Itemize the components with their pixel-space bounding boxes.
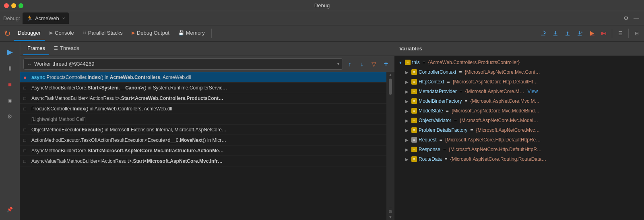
step-into-specific-icon[interactable]	[574, 28, 585, 39]
scroll-thumb[interactable]	[389, 79, 392, 95]
sidebar-settings-icon[interactable]: ⚙	[3, 109, 17, 124]
scroll-up-icon[interactable]: ▲	[388, 73, 392, 77]
var-equals: =	[459, 69, 462, 75]
show-columns-icon[interactable]: ☰	[615, 28, 626, 39]
expand-icon[interactable]: ▼	[398, 60, 403, 65]
frames-scrollbar[interactable]: ▲ − ⊞ ▼	[386, 72, 394, 220]
tab-bar: Debug: 🏃 AcmeWeb × ⚙ —	[0, 11, 644, 25]
var-type-icon: ≡	[411, 79, 417, 85]
tab-console[interactable]: ▶ Console	[45, 26, 78, 41]
var-type-icon: ≡	[411, 118, 417, 123]
move-up-icon[interactable]: ↑	[345, 59, 355, 69]
frame-item[interactable]: □ AsyncMethodBuilderCore.Start<System.__…	[20, 83, 386, 93]
frame-text: AsyncMethodBuilderCore.Start<Microsoft.A…	[31, 148, 224, 154]
step-over-icon[interactable]	[538, 28, 549, 39]
sub-toolbar: Frames ☰ Threads	[20, 42, 394, 56]
scroll-extra-1[interactable]: −	[389, 205, 392, 209]
variable-problem-details-factory[interactable]: ▶ ≡ ProblemDetailsFactory = {Microsoft.A…	[394, 125, 644, 135]
maximize-button[interactable]	[19, 3, 23, 8]
step-out-icon[interactable]	[562, 28, 573, 39]
frame-item[interactable]: □ AsyncMethodBuilderCore.Start<Microsoft…	[20, 145, 386, 156]
set-next-statement-icon[interactable]	[598, 28, 609, 39]
frames-with-scroll: ● async ProductsController.Index() in Ac…	[20, 72, 394, 220]
tab-debugger[interactable]: Debugger	[14, 26, 45, 41]
frames-list[interactable]: ● async ProductsController.Index() in Ac…	[20, 72, 386, 220]
var-type-icon: ≡	[411, 89, 417, 94]
expand-icon[interactable]: ▶	[404, 79, 410, 85]
frame-text: async ProductsController.Index() in Acme…	[31, 75, 191, 80]
var-name: RouteData	[419, 156, 442, 162]
debug-tab-icon: 🏃	[27, 15, 33, 21]
var-name: ModelBinderFactory	[419, 98, 462, 104]
tab-bar-right: ⚙ —	[621, 14, 641, 23]
frame-item[interactable]: □ AsyncTaskMethodBuilder<IActionResult>.…	[20, 93, 386, 104]
view-link[interactable]: View	[527, 89, 538, 94]
var-type-icon: ≡	[411, 156, 417, 162]
variables-list[interactable]: ▼ ≡ this = {AcmeWeb.Controllers.Products…	[394, 56, 644, 220]
expand-icon[interactable]: ▶	[404, 69, 410, 75]
continue-icon[interactable]: ↻	[2, 28, 13, 39]
step-into-icon[interactable]	[550, 28, 561, 39]
sidebar-pause-icon[interactable]: ⏸	[3, 61, 17, 75]
variable-request[interactable]: ▶ ≡ Request = {Microsoft.AspNetCore.Http…	[394, 135, 644, 145]
frame-text: ProductsController.Index() in AcmeWeb.Co…	[31, 106, 172, 112]
var-type-icon: ≡	[405, 60, 411, 65]
expand-icon[interactable]: ▶	[404, 137, 410, 143]
frame-text: ObjectMethodExecutor.Execute() in Micros…	[31, 127, 227, 133]
filter-icon[interactable]: ▽	[369, 59, 379, 69]
frame-item[interactable]: □ AsyncValueTaskMethodBuilder<IActionRes…	[20, 156, 386, 166]
expand-icon[interactable]: ▶	[404, 127, 410, 133]
frame-item[interactable]: □ ProductsController.Index() in AcmeWeb.…	[20, 104, 386, 114]
frame-item[interactable]: ● async ProductsController.Index() in Ac…	[20, 72, 386, 83]
frame-normal-icon: □	[23, 159, 29, 164]
variable-controller-context[interactable]: ▶ ≡ ControllerContext = {Microsoft.AspNe…	[394, 67, 644, 77]
minimize-button[interactable]	[11, 3, 16, 8]
expand-icon[interactable]: ▶	[404, 98, 410, 104]
run-to-cursor-icon[interactable]	[586, 28, 597, 39]
scroll-down-icon[interactable]: ▼	[388, 215, 392, 219]
add-icon[interactable]: +	[381, 59, 391, 69]
variable-model-state[interactable]: ▶ ≡ ModelState = {Microsoft.AspNetCore.M…	[394, 106, 644, 116]
tab-threads[interactable]: ☰ Threads	[50, 42, 83, 55]
sidebar-pin-icon[interactable]: 📌	[3, 202, 17, 217]
frame-item[interactable]: □ ActionMethodExecutor.TaskOfIActionResu…	[20, 135, 386, 145]
tab-parallel-stacks[interactable]: ⠿ Parallel Stacks	[79, 26, 127, 41]
scroll-extra-2[interactable]: ⊞	[389, 210, 392, 214]
thread-select[interactable]: ↔ Worker thread @9344269 ▾	[23, 58, 343, 70]
settings-icon[interactable]: ⚙	[621, 14, 630, 23]
thread-value: Worker thread @9344269	[34, 61, 95, 67]
var-value: {Microsoft.AspNetCore.Routing.RouteData…	[450, 156, 546, 162]
frame-item[interactable]: □ ObjectMethodExecutor.Execute() in Micr…	[20, 125, 386, 135]
debug-tab-close[interactable]: ×	[62, 16, 65, 21]
frame-item[interactable]: [Lightweight Method Call]	[28, 114, 386, 125]
sidebar-breakpoint-icon[interactable]: ◉	[3, 93, 17, 108]
variable-route-data[interactable]: ▶ ≡ RouteData = {Microsoft.AspNetCore.Ro…	[394, 154, 644, 164]
expand-icon[interactable]: ▶	[404, 156, 410, 162]
close-button[interactable]	[4, 3, 9, 8]
split-view-icon[interactable]: ⊟	[631, 28, 642, 39]
threads-icon: ☰	[54, 46, 58, 51]
debug-tab[interactable]: 🏃 AcmeWeb ×	[23, 12, 69, 24]
tab-debug-output[interactable]: ▶ Debug Output	[128, 26, 173, 41]
app-wrapper: Debug Debug: 🏃 AcmeWeb × ⚙ — ↻ Debugger …	[0, 0, 644, 220]
variable-object-validator[interactable]: ▶ ≡ ObjectValidator = {Microsoft.AspNetC…	[394, 116, 644, 125]
sidebar-stop-icon[interactable]: ■	[3, 77, 17, 91]
expand-icon[interactable]: ▶	[404, 108, 410, 114]
var-name: MetadataProvider	[419, 89, 457, 94]
tab-memory[interactable]: 💾 Memory	[174, 26, 209, 41]
variable-metadata-provider[interactable]: ▶ ≡ MetadataProvider = {Microsoft.AspNet…	[394, 87, 644, 96]
debug-output-label: Debug Output	[137, 30, 169, 36]
sidebar-play-icon[interactable]: ▶	[3, 45, 17, 59]
variable-model-binder-factory[interactable]: ▶ ≡ ModelBinderFactory = {Microsoft.AspN…	[394, 96, 644, 106]
move-down-icon[interactable]: ↓	[357, 59, 367, 69]
expand-icon[interactable]: ▶	[404, 89, 410, 94]
tab-frames[interactable]: Frames	[23, 42, 49, 55]
variable-http-context[interactable]: ▶ ≡ HttpContext = {Microsoft.AspNetCore.…	[394, 77, 644, 87]
expand-icon[interactable]: ▶	[404, 118, 410, 123]
console-icon: ▶	[50, 30, 53, 35]
var-value: {Microsoft.AspNetCore.Mvc…	[476, 127, 540, 133]
variable-response[interactable]: ▶ ≡ Response = {Microsoft.AspNetCore.Htt…	[394, 145, 644, 154]
variable-this[interactable]: ▼ ≡ this = {AcmeWeb.Controllers.Products…	[394, 58, 644, 67]
expand-icon[interactable]: ▶	[404, 147, 410, 152]
minimize-icon[interactable]: —	[632, 14, 641, 23]
